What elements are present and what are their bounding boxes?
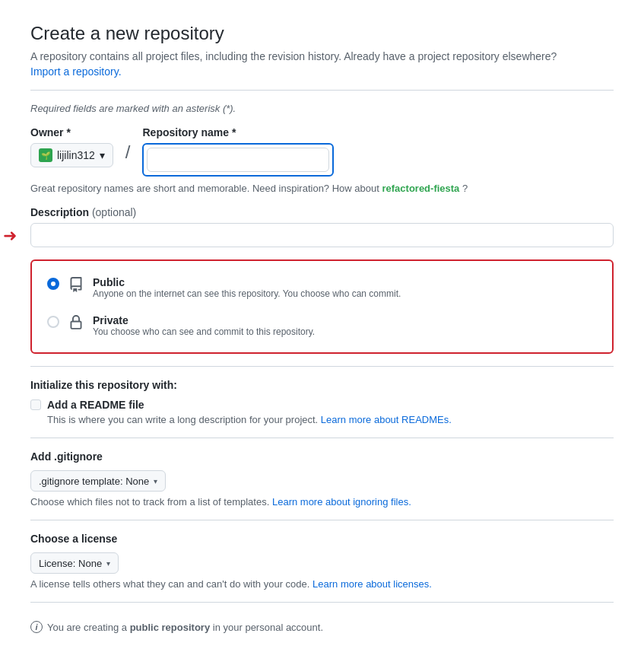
owner-avatar: 🌱 — [39, 148, 52, 162]
readme-section: Add a README file This is where you can … — [30, 399, 614, 425]
readme-checkbox[interactable] — [30, 399, 41, 410]
gitignore-link[interactable]: Learn more about ignoring files. — [272, 496, 411, 508]
readme-helper: This is where you can write a long descr… — [47, 414, 614, 425]
repo-name-highlight-box — [142, 143, 334, 177]
readme-row: Add a README file — [30, 399, 614, 411]
description-input[interactable] — [30, 223, 614, 247]
divider-5 — [30, 602, 614, 603]
divider-2 — [30, 366, 614, 367]
gitignore-section: Add .gitignore .gitignore template: None… — [30, 450, 614, 508]
arrow-indicator-desc: ➜ — [3, 226, 17, 246]
readme-link[interactable]: Learn more about READMEs. — [321, 414, 452, 425]
public-title: Public — [93, 276, 401, 288]
license-title: Choose a license — [30, 533, 614, 545]
gitignore-value: .gitignore template: None — [39, 476, 149, 487]
public-radio[interactable] — [47, 278, 59, 290]
private-content: Private You choose who can see and commi… — [93, 314, 315, 337]
description-optional: (optional) — [92, 206, 136, 218]
license-dropdown[interactable]: License: None ▾ — [30, 552, 119, 574]
private-title: Private — [93, 314, 315, 326]
public-icon — [68, 277, 84, 292]
visibility-option-private[interactable]: Private You choose who can see and commi… — [44, 308, 600, 343]
owner-group: Owner * 🌱 lijilin312 ▾ — [30, 126, 113, 167]
info-row: i You are creating a public repository i… — [30, 615, 614, 639]
owner-value: lijilin312 — [57, 149, 95, 161]
gitignore-title: Add .gitignore — [30, 450, 614, 463]
repo-name-group: Repository name * — [142, 126, 334, 177]
slash-separator: / — [125, 140, 131, 163]
initialize-title: Initialize this repository with: — [30, 379, 614, 391]
public-content: Public Anyone on the internet can see th… — [93, 276, 401, 299]
private-icon — [68, 315, 84, 330]
private-desc: You choose who can see and commit to thi… — [93, 326, 315, 337]
owner-select[interactable]: 🌱 lijilin312 ▾ — [30, 143, 113, 167]
license-link[interactable]: Learn more about licenses. — [312, 578, 432, 590]
gitignore-chevron-icon: ▾ — [154, 477, 157, 485]
visibility-section: Public Anyone on the internet can see th… — [30, 259, 614, 354]
readme-label: Add a README file — [47, 399, 144, 411]
suggestion-link[interactable]: refactored-fiesta — [382, 183, 459, 194]
license-chevron-icon: ▾ — [106, 559, 110, 568]
owner-label: Owner * — [30, 126, 113, 138]
public-desc: Anyone on the internet can see this repo… — [93, 288, 401, 299]
visibility-option-public[interactable]: Public Anyone on the internet can see th… — [44, 270, 600, 305]
required-note: Required fields are marked with an aster… — [30, 103, 614, 114]
divider-1 — [30, 90, 614, 91]
owner-repo-row: Owner * 🌱 lijilin312 ▾ / Repository name… — [30, 126, 614, 177]
repo-name-label: Repository name * — [142, 126, 334, 138]
description-label: Description (optional) — [30, 206, 614, 218]
owner-chevron-icon: ▾ — [100, 149, 105, 161]
subtitle-text: A repository contains all project files,… — [30, 50, 614, 62]
info-public-text: public repository — [130, 622, 210, 633]
info-icon: i — [30, 621, 43, 633]
info-text: You are creating a public repository in … — [47, 622, 323, 633]
license-value: License: None — [39, 558, 102, 569]
private-radio[interactable] — [47, 316, 59, 328]
license-section: Choose a license License: None ▾ A licen… — [30, 533, 614, 590]
page-title: Create a new repository — [30, 23, 614, 44]
repo-name-input[interactable] — [147, 148, 329, 172]
gitignore-helper: Choose which files not to track from a l… — [30, 496, 614, 508]
license-helper: A license tells others what they can and… — [30, 578, 614, 590]
divider-3 — [30, 438, 614, 438]
import-link[interactable]: Import a repository. — [30, 65, 122, 78]
gitignore-dropdown[interactable]: .gitignore template: None ▾ — [30, 470, 166, 492]
divider-4 — [30, 520, 614, 520]
suggestion-text: Great repository names are short and mem… — [30, 183, 614, 194]
